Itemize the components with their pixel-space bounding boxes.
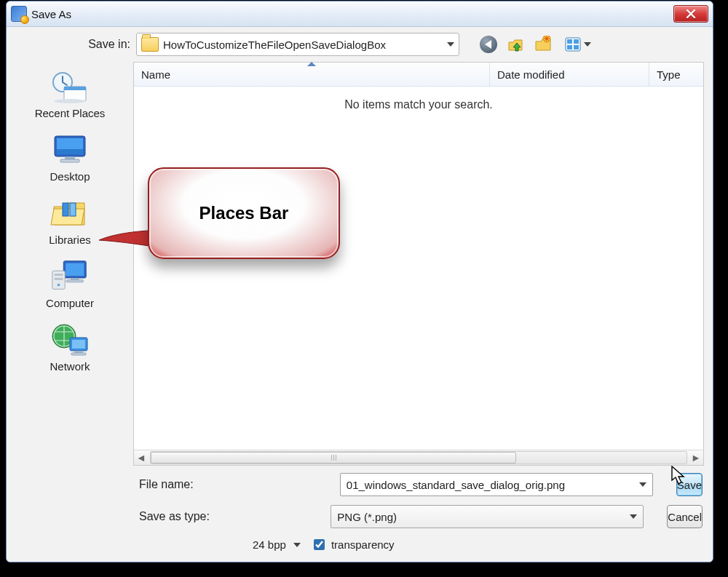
file-list: Name Date modified Type No items match y… [133, 62, 704, 466]
callout-text: Places Bar [199, 203, 289, 223]
new-folder-button[interactable] [534, 34, 554, 55]
svg-point-24 [58, 284, 60, 287]
save-in-row: Save in: HowToCustomizeTheFileOpenSaveDi… [7, 27, 713, 62]
recent-places-icon [50, 69, 90, 104]
scrollbar-thumb[interactable] [151, 452, 516, 463]
folder-up-icon [507, 36, 526, 53]
horizontal-scrollbar[interactable]: ◄ ► [134, 450, 703, 465]
save-as-dialog: Save As Save in: HowToCustomizeTheFileOp… [6, 1, 713, 562]
svg-rect-27 [72, 340, 85, 349]
svg-rect-14 [60, 159, 79, 162]
network-icon [50, 322, 90, 358]
libraries-icon [50, 196, 90, 231]
app-icon [11, 6, 27, 22]
up-one-level-button[interactable] [506, 34, 526, 55]
cancel-button-label: Cancel [668, 511, 702, 523]
svg-rect-22 [55, 274, 63, 276]
save-in-combo[interactable]: HowToCustomizeTheFileOpenSaveDialogBox [136, 33, 459, 56]
back-button[interactable] [478, 34, 499, 55]
back-arrow-icon [480, 36, 497, 53]
places-item-recent[interactable]: Recent Places [15, 65, 124, 128]
svg-rect-4 [567, 45, 572, 49]
desktop-icon [50, 133, 90, 167]
places-item-computer[interactable]: Computer [15, 255, 124, 318]
chevron-down-icon [584, 42, 591, 47]
chevron-down-icon [639, 482, 646, 487]
transparency-checkbox-input[interactable] [314, 539, 325, 550]
column-label: Type [657, 68, 681, 81]
save-type-label: Save as type: [7, 510, 319, 523]
svg-point-9 [54, 99, 86, 103]
column-header-name[interactable]: Name [134, 63, 490, 86]
save-type-combo[interactable]: PNG (*.png) [331, 505, 644, 528]
svg-rect-3 [574, 39, 579, 44]
svg-rect-23 [55, 278, 63, 280]
close-icon [686, 9, 696, 18]
transparency-label: transparency [331, 538, 395, 551]
file-name-input[interactable]: 01_windows_standard_save_dialog_orig.png [340, 473, 653, 496]
places-item-label: Desktop [15, 170, 124, 183]
places-item-network[interactable]: Network [15, 318, 124, 381]
transparency-checkbox[interactable]: transparency [311, 537, 395, 552]
places-item-label: Network [15, 360, 124, 373]
svg-rect-20 [66, 280, 83, 282]
scrollbar-track[interactable] [150, 451, 687, 464]
view-menu-button[interactable] [561, 35, 595, 54]
svg-rect-8 [64, 87, 86, 90]
save-in-value: HowToCustomizeTheFileOpenSaveDialogBox [163, 39, 443, 51]
column-headers: Name Date modified Type [134, 63, 703, 87]
cancel-button[interactable]: Cancel [667, 505, 703, 528]
svg-rect-29 [71, 353, 86, 355]
svg-rect-5 [574, 45, 579, 49]
new-folder-icon [534, 36, 554, 53]
sort-ascending-icon [307, 62, 316, 66]
chevron-down-icon [293, 543, 301, 547]
svg-rect-18 [66, 263, 84, 276]
close-button[interactable] [673, 5, 708, 23]
folder-icon [141, 37, 159, 52]
svg-rect-2 [567, 39, 572, 44]
svg-rect-13 [65, 156, 75, 159]
view-icon [565, 37, 581, 52]
computer-icon [50, 259, 90, 294]
places-item-label: Recent Places [15, 107, 124, 119]
file-name-label: File name: [7, 478, 328, 491]
file-list-body[interactable]: No items match your search. [134, 87, 703, 450]
callout-annotation: Places Bar [148, 167, 340, 259]
scroll-left-icon[interactable]: ◄ [134, 451, 149, 464]
scroll-right-icon[interactable]: ► [689, 451, 703, 464]
window-title: Save As [31, 8, 71, 20]
title-bar[interactable]: Save As [7, 1, 713, 27]
file-name-value: 01_windows_standard_save_dialog_orig.png [347, 479, 633, 491]
column-header-type[interactable]: Type [649, 63, 703, 86]
svg-rect-16 [70, 203, 76, 216]
cursor-icon [671, 466, 687, 486]
bpp-combo[interactable]: 24 bpp [253, 538, 301, 551]
column-label: Name [141, 68, 170, 81]
places-item-label: Computer [15, 297, 124, 309]
places-item-desktop[interactable]: Desktop [15, 128, 124, 191]
svg-rect-15 [63, 203, 68, 216]
save-in-label: Save in: [7, 38, 130, 51]
column-header-date[interactable]: Date modified [490, 63, 649, 86]
column-label: Date modified [497, 68, 565, 81]
empty-message: No items match your search. [134, 87, 703, 123]
bpp-value: 24 bpp [253, 538, 286, 551]
save-type-value: PNG (*.png) [337, 511, 624, 523]
chevron-down-icon [447, 42, 454, 47]
svg-rect-12 [57, 149, 83, 154]
chevron-down-icon [630, 514, 637, 519]
places-bar: Recent Places Desktop [11, 62, 129, 466]
